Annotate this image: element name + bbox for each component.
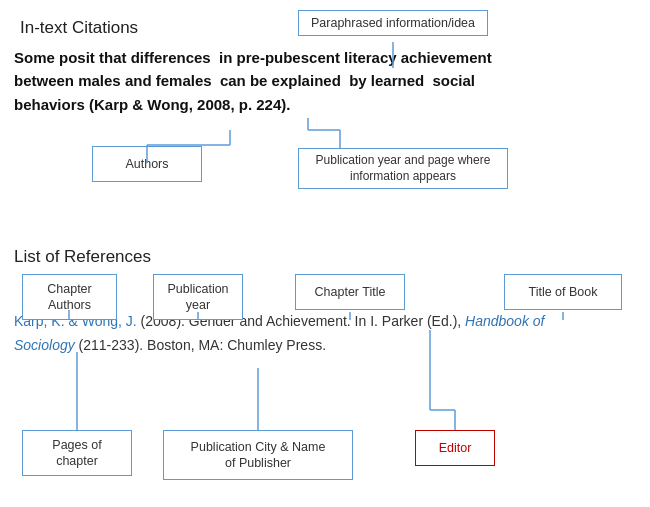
chapter-authors-box: Chapter Authors (22, 274, 117, 320)
list-ref-title: List of References (14, 247, 151, 267)
pub-city-box: Publication City & Name of Publisher (163, 430, 353, 480)
editor-box: Editor (415, 430, 495, 466)
paraphrased-box: Paraphrased information/idea (298, 10, 488, 36)
chapter-title-box: Chapter Title (295, 274, 405, 310)
citation-text: Some posit that differences in pre-pubes… (14, 46, 492, 116)
pages-chapter-box: Pages of chapter (22, 430, 132, 476)
authors-box: Authors (92, 146, 202, 182)
title-book-box: Title of Book (504, 274, 622, 310)
ref-end: (211-233). Boston, MA: Chumley Press. (75, 337, 326, 353)
pub-year-intext-box: Publication year and page whereinformati… (298, 148, 508, 189)
pub-year-ref-box: Publication year (153, 274, 243, 320)
